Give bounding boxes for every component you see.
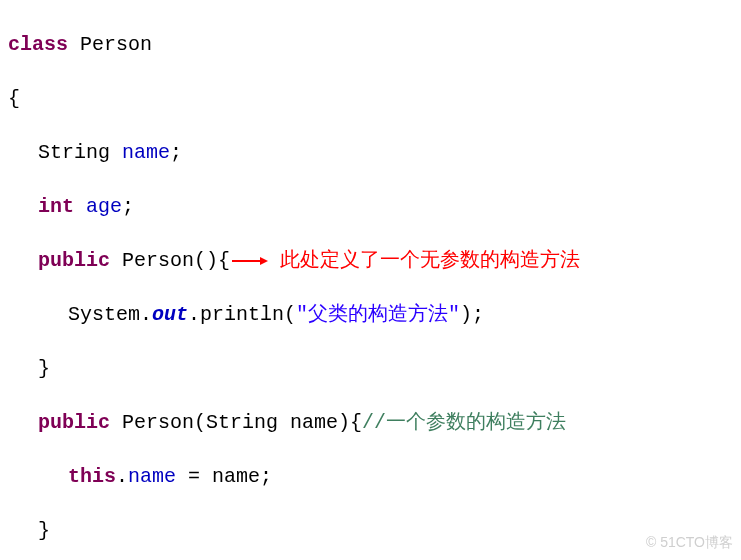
brace: { <box>8 87 20 110</box>
var-name: name <box>110 141 170 164</box>
code-line: this.name = name; <box>8 463 741 490</box>
end: ); <box>460 303 484 326</box>
code-line: System.out.println("父类的构造方法"); <box>8 301 741 328</box>
dot: . <box>116 465 128 488</box>
parens: (){ <box>194 249 230 272</box>
code-line: String name; <box>8 139 741 166</box>
param-type: String <box>206 411 278 434</box>
code-line: class Person <box>8 31 741 58</box>
annotation-red: 此处定义了一个无参数的构造方法 <box>268 249 580 272</box>
keyword-public: public <box>38 249 110 272</box>
keyword-public: public <box>38 411 110 434</box>
println: .println( <box>188 303 296 326</box>
var-age: age <box>74 195 122 218</box>
paren: ){ <box>338 411 362 434</box>
semi: ; <box>122 195 134 218</box>
paren: ( <box>194 411 206 434</box>
keyword-this: this <box>68 465 116 488</box>
code-line: public Person(String name){//一个参数的构造方法 <box>8 409 741 436</box>
code-line: { <box>8 85 741 112</box>
code-line: int age; <box>8 193 741 220</box>
code-block: class Person { String name; int age; pub… <box>0 0 741 560</box>
brace: } <box>38 357 50 380</box>
ctor-name: Person <box>110 249 194 272</box>
field: name <box>128 465 176 488</box>
arrow-icon <box>230 247 268 274</box>
class-name: Person <box>68 33 152 56</box>
code-line: } <box>8 355 741 382</box>
brace: } <box>38 519 50 542</box>
param-name: name <box>278 411 338 434</box>
keyword-int: int <box>38 195 74 218</box>
keyword-class: class <box>8 33 68 56</box>
code-line: public Person(){ 此处定义了一个无参数的构造方法 <box>8 247 741 274</box>
string-literal: "父类的构造方法" <box>296 303 460 326</box>
assign: = name; <box>176 465 272 488</box>
system: System. <box>68 303 152 326</box>
semi: ; <box>170 141 182 164</box>
code-line: } <box>8 517 741 544</box>
watermark-text: © 51CTO博客 <box>646 534 733 552</box>
type-string: String <box>38 141 110 164</box>
out-field: out <box>152 303 188 326</box>
comment: //一个参数的构造方法 <box>362 411 566 434</box>
ctor-name: Person <box>110 411 194 434</box>
